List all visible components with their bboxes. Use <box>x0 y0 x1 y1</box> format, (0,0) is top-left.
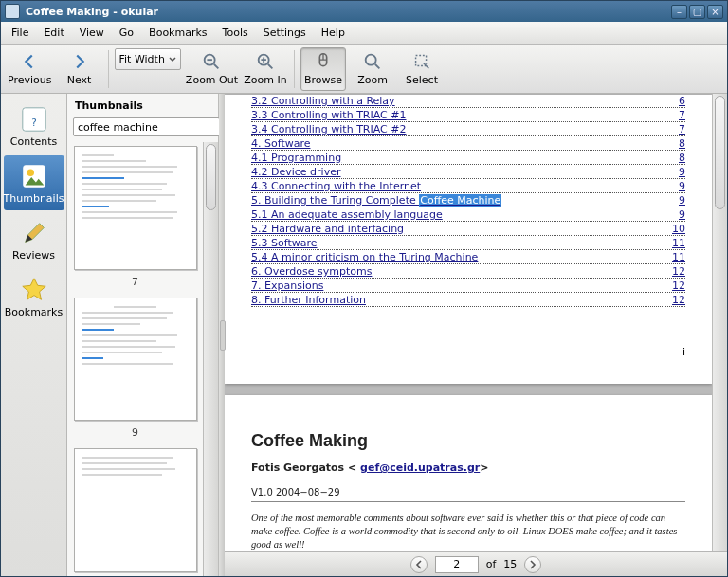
toc-entry[interactable]: 3.2 Controlling with a Relay6 <box>251 95 685 108</box>
zoom-out-label: Zoom Out <box>186 74 238 86</box>
thumbnail-number: 7 <box>73 276 197 288</box>
mouse-icon <box>313 51 334 72</box>
toc-entry[interactable]: 4. Software8 <box>251 137 685 151</box>
select-icon <box>411 51 432 72</box>
next-page-button[interactable] <box>524 556 541 573</box>
doc-version: V1.0 2004−08−29 <box>251 483 685 502</box>
zoom-out-icon <box>201 51 222 72</box>
sidebar-tab-bookmarks-label: Bookmarks <box>5 306 63 318</box>
maximize-button[interactable]: ▢ <box>689 5 705 19</box>
total-pages: 15 <box>503 558 517 570</box>
titlebar[interactable]: Coffee Making - okular – ▢ × <box>1 1 727 22</box>
toolbar-separator <box>294 50 295 88</box>
next-button[interactable]: Next <box>57 47 102 91</box>
zoom-out-button[interactable]: Zoom Out <box>185 47 239 91</box>
previous-label: Previous <box>8 74 52 86</box>
chevron-down-icon <box>169 56 176 63</box>
sidebar-iconbar: ? Contents Thumbnails Reviews Bookmarks <box>1 94 67 576</box>
menu-bookmarks[interactable]: Bookmarks <box>142 24 213 42</box>
menubar: File Edit View Go Bookmarks Tools Settin… <box>1 22 727 45</box>
toc-entry[interactable]: 6. Overdose symptoms12 <box>251 265 685 279</box>
toc-entry[interactable]: 8. Further Information12 <box>251 294 685 307</box>
app-icon <box>5 4 20 19</box>
thumbnails-panel: Thumbnails 7 <box>67 94 219 576</box>
svg-point-8 <box>27 169 34 176</box>
select-tool-label: Select <box>406 74 438 86</box>
menu-go[interactable]: Go <box>113 24 140 42</box>
search-input[interactable] <box>73 117 220 136</box>
prev-page-button[interactable] <box>410 556 428 573</box>
browse-label: Browse <box>304 74 342 86</box>
menu-settings[interactable]: Settings <box>257 24 313 42</box>
pencil-icon <box>20 219 48 247</box>
author-email-link[interactable]: gef@ceid.upatras.gr <box>360 461 480 474</box>
thumbnails-scrollbar[interactable] <box>203 142 218 576</box>
toc-entry[interactable]: 5.2 Hardware and interfacing10 <box>251 223 685 236</box>
menu-view[interactable]: View <box>73 24 111 42</box>
thumbnail-page[interactable] <box>74 146 197 270</box>
zoom-tool-button[interactable]: Zoom <box>350 47 395 91</box>
chevron-right-icon <box>528 560 537 569</box>
page-number-input[interactable] <box>435 556 479 573</box>
menu-tools[interactable]: Tools <box>216 24 255 42</box>
toc-entry[interactable]: 5.1 An adequate assembly language9 <box>251 208 685 222</box>
document-view: 3.2 Controlling with a Relay6 3.3 Contro… <box>225 94 727 576</box>
previous-button[interactable]: Previous <box>7 47 53 91</box>
menu-file[interactable]: File <box>5 24 35 42</box>
app-window: Coffee Making - okular – ▢ × File Edit V… <box>0 0 728 577</box>
svg-point-3 <box>366 55 376 65</box>
panel-splitter[interactable] <box>219 94 225 576</box>
sidebar-tab-contents[interactable]: ? Contents <box>4 99 64 153</box>
browse-button[interactable]: Browse <box>300 47 346 91</box>
zoom-mode-value: Fit Width <box>119 53 165 65</box>
toc-entry[interactable]: 3.3 Controlling with TRIAC #17 <box>251 109 685 122</box>
zoom-in-icon <box>255 51 276 72</box>
arrow-left-icon <box>19 51 40 72</box>
svg-text:?: ? <box>31 116 36 127</box>
toc-entry[interactable]: 4.1 Programming8 <box>251 152 685 165</box>
thumbnail-page[interactable] <box>74 448 197 572</box>
thumbnails-search <box>67 116 218 142</box>
zoom-in-button[interactable]: Zoom In <box>243 47 288 91</box>
zoom-tool-label: Zoom <box>357 74 388 86</box>
menu-edit[interactable]: Edit <box>37 24 70 42</box>
sidebar-tab-thumbnails[interactable]: Thumbnails <box>4 155 64 210</box>
sidebar-tab-contents-label: Contents <box>10 135 57 148</box>
scrollbar-thumb[interactable] <box>206 144 216 210</box>
toc-entry[interactable]: 4.2 Device driver9 <box>251 166 685 179</box>
thumbnail-page[interactable] <box>74 298 197 422</box>
toc-entry[interactable]: 7. Expansions12 <box>251 279 685 293</box>
search-highlight: Coffee Machine <box>419 194 501 207</box>
of-label: of <box>486 558 497 570</box>
toc-entry[interactable]: 3.4 Controlling with TRIAC #27 <box>251 123 685 136</box>
zoom-in-label: Zoom In <box>244 74 286 86</box>
zoom-mode-select[interactable]: Fit Width <box>115 48 181 70</box>
doc-title: Coffee Making <box>251 431 685 451</box>
toc-entry[interactable]: 4.3 Connecting with the Internet9 <box>251 180 685 193</box>
page-number: i <box>682 346 685 358</box>
body: ? Contents Thumbnails Reviews Bookmarks … <box>1 94 727 576</box>
sidebar-tab-thumbnails-label: Thumbnails <box>4 192 64 205</box>
chevron-left-icon <box>414 560 424 569</box>
sidebar-tab-reviews-label: Reviews <box>12 249 55 261</box>
document-scrollbar[interactable] <box>712 94 727 551</box>
toc-entry-highlighted[interactable]: 5. Building the Turing Complete Coffee M… <box>251 194 685 207</box>
star-icon <box>20 276 48 304</box>
toolbar-separator <box>108 50 109 88</box>
toc-entry[interactable]: 5.4 A minor criticism on the Turing Mach… <box>251 251 685 264</box>
thumbnail-number: 9 <box>73 426 197 439</box>
doc-page-title: Coffee Making Fotis Georgatos < gef@ceid… <box>225 395 712 551</box>
scrollbar-thumb[interactable] <box>715 96 725 209</box>
minimize-button[interactable]: – <box>671 5 687 19</box>
toc-entry[interactable]: 5.3 Software11 <box>251 237 685 250</box>
window-title: Coffee Making - okular <box>26 6 669 18</box>
sidebar-tab-reviews[interactable]: Reviews <box>4 212 64 267</box>
sidebar-tab-bookmarks[interactable]: Bookmarks <box>4 269 64 324</box>
menu-help[interactable]: Help <box>315 24 352 42</box>
close-button[interactable]: × <box>707 5 723 19</box>
doc-intro: One of the most memorable comments about… <box>251 512 685 551</box>
next-label: Next <box>67 74 92 86</box>
page-viewport[interactable]: 3.2 Controlling with a Relay6 3.3 Contro… <box>225 94 712 551</box>
select-tool-button[interactable]: Select <box>399 47 445 91</box>
thumbnails-list[interactable]: 7 9 <box>67 142 203 576</box>
